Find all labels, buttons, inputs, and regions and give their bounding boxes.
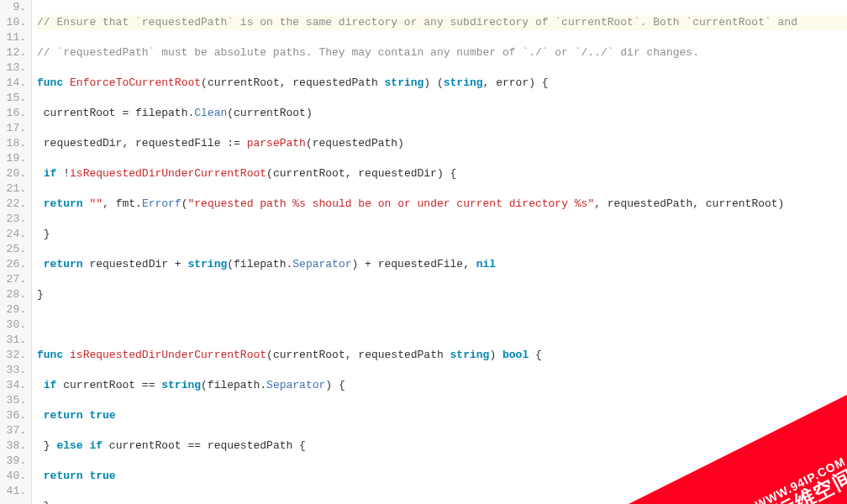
keyword: true [89, 470, 115, 482]
keyword: return [44, 409, 83, 422]
code-line [37, 318, 847, 333]
ident: Separator [292, 258, 351, 270]
line-number: 9. [0, 0, 26, 15]
keyword: func [37, 349, 63, 361]
call: isRequestedDirUnderCurrentRoot [70, 167, 266, 180]
punct: ) { [529, 76, 548, 89]
indent [37, 197, 44, 210]
line-number: 32. [0, 348, 26, 363]
punct: , [345, 349, 352, 361]
fn-name: isRequestedDirUnderCurrentRoot [70, 349, 266, 361]
call: Errorf [142, 197, 182, 210]
punct: ( [266, 349, 273, 361]
line-number: 31. [0, 333, 26, 348]
keyword: return [44, 258, 83, 270]
line-number: 30. [0, 318, 26, 333]
keyword: return [44, 197, 83, 210]
op: ! [56, 167, 70, 180]
code-pane[interactable]: // Ensure that `requestedPath` is on the… [32, 0, 847, 504]
punct: } [37, 288, 44, 301]
punct: , requestedPath, currentRoot) [594, 197, 784, 210]
ident: currentRoot [273, 349, 345, 361]
line-number: 12. [0, 45, 26, 60]
code-line: } [37, 227, 847, 242]
code-line: func EnforceToCurrentRoot(currentRoot, r… [37, 76, 847, 91]
line-number: 28. [0, 287, 26, 302]
line-number: 18. [0, 136, 26, 151]
line-number: 14. [0, 76, 26, 91]
ident: currentRoot == [56, 379, 161, 391]
line-number: 23. [0, 212, 26, 227]
line-number: 29. [0, 302, 26, 318]
code-line: if !isRequestedDirUnderCurrentRoot(curre… [37, 166, 847, 181]
keyword: nil [476, 258, 496, 270]
punct: (currentRoot) [227, 107, 312, 119]
punct: (currentRoot, requestedDir) { [266, 167, 456, 180]
punct: , [103, 197, 109, 210]
line-number: 19. [0, 151, 26, 166]
line-number: 34. [0, 378, 26, 393]
code-line: func isRequestedDirUnderCurrentRoot(curr… [37, 348, 847, 363]
line-number-gutter: 9. 10. 11. 12. 13. 14. 15. 16. 17. 18. 1… [0, 0, 32, 504]
code-line: return true [37, 408, 847, 423]
type: string [385, 76, 424, 89]
keyword: func [37, 76, 63, 89]
keyword: true [89, 409, 115, 422]
punct: ) { [325, 379, 345, 391]
line-number: 27. [0, 272, 26, 287]
punct: } [37, 228, 50, 240]
punct: { [529, 349, 542, 361]
punct: ) [489, 349, 502, 361]
line-number: 22. [0, 197, 26, 212]
keyword: if [44, 379, 57, 391]
line-number: 38. [0, 438, 26, 454]
indent [37, 409, 44, 422]
keyword: else [56, 439, 82, 452]
punct: (filepath. [201, 379, 266, 391]
line-number: 33. [0, 363, 26, 378]
punct: (filepath. [227, 258, 292, 270]
line-number: 13. [0, 60, 26, 76]
line-number: 35. [0, 393, 26, 408]
ident: + requestedFile, [358, 258, 476, 270]
indent [37, 379, 44, 391]
code-line: return "", fmt.Errorf("requested path %s… [37, 197, 847, 212]
line-number: 24. [0, 227, 26, 242]
punct: ( [201, 76, 208, 89]
ident: requestedPath [287, 76, 385, 89]
punct: } [37, 500, 50, 504]
line-number: 11. [0, 30, 26, 45]
type: bool [502, 349, 529, 361]
comment-text: // Ensure that `requestedPath` is on the… [37, 16, 797, 29]
keyword: string [187, 258, 227, 270]
code-line: } [37, 287, 847, 302]
code-line: return true [37, 469, 847, 484]
code-line: // `requestedPath` must be absolute path… [37, 45, 847, 60]
call: Clean [194, 107, 227, 119]
string: "requested path %s should be on or under… [188, 197, 595, 210]
op: := [227, 137, 240, 150]
ident: currentRoot [208, 76, 280, 89]
line-number: 20. [0, 166, 26, 181]
code-line: } else if currentRoot == requestedPath { [37, 438, 847, 454]
code-line: currentRoot = filepath.Clean(currentRoot… [37, 106, 847, 121]
punct: } [37, 439, 56, 452]
ident: currentRoot == requestedPath { [103, 439, 306, 452]
space [63, 349, 70, 361]
ident: fmt. [109, 197, 142, 210]
punct: (requestedPath) [306, 137, 404, 150]
ident: requestedDir [37, 137, 122, 150]
code-viewer: 9. 10. 11. 12. 13. 14. 15. 16. 17. 18. 1… [0, 0, 847, 504]
code-line: } [37, 499, 847, 504]
ident: currentRoot [37, 107, 122, 119]
line-number: 17. [0, 121, 26, 136]
line-number: 21. [0, 181, 26, 197]
line-number: 10. [0, 15, 26, 30]
ident: requestedDir + [83, 258, 188, 270]
comment-text: // `requestedPath` must be absolute path… [37, 46, 699, 59]
type: string [450, 349, 490, 361]
line-number: 36. [0, 408, 26, 423]
ident: requestedPath [352, 349, 450, 361]
keyword: if [89, 439, 103, 452]
ident: Separator [266, 379, 325, 391]
